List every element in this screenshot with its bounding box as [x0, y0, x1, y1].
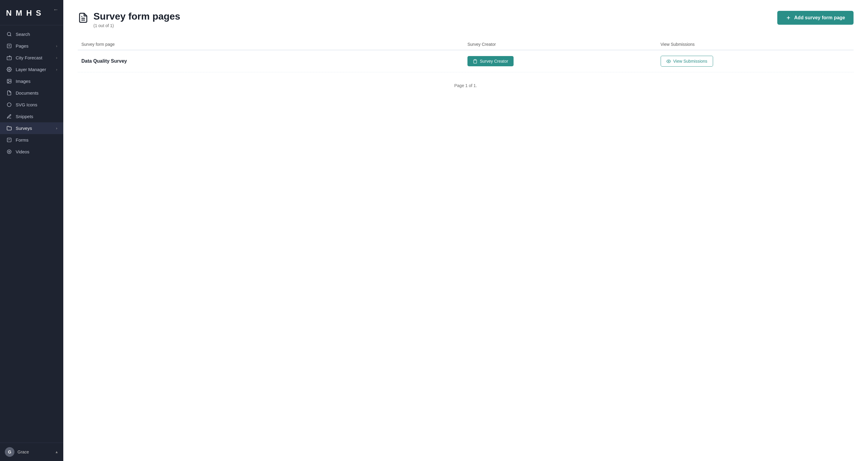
- city-forecast-icon: [6, 55, 12, 60]
- sidebar-item-documents[interactable]: Documents: [0, 87, 63, 99]
- survey-creator-cell: Survey Creator: [467, 56, 661, 66]
- sidebar-item-search[interactable]: Search: [0, 28, 63, 40]
- survey-form-pages-icon: [78, 11, 89, 23]
- sidebar-item-city-forecast[interactable]: City Forecast ›: [0, 52, 63, 64]
- sidebar: ← N M H S Search Pages › City Forecast ›: [0, 0, 63, 461]
- pages-icon: [6, 43, 12, 49]
- add-survey-form-page-button[interactable]: Add survey form page: [777, 11, 854, 25]
- main-content: Survey form pages (1 out of 1) Add surve…: [63, 0, 868, 461]
- page-title-area: Survey form pages (1 out of 1): [78, 11, 180, 28]
- svg-point-21: [668, 61, 669, 62]
- sidebar-item-label: SVG Icons: [16, 102, 37, 107]
- chevron-right-icon: ›: [56, 56, 57, 60]
- sidebar-item-label: Forms: [16, 137, 29, 143]
- sidebar-item-pages[interactable]: Pages ›: [0, 40, 63, 52]
- sidebar-item-images[interactable]: Images: [0, 75, 63, 87]
- svg-point-14: [7, 150, 11, 154]
- page-subtitle: (1 out of 1): [93, 23, 180, 28]
- sidebar-item-label: Videos: [16, 149, 30, 154]
- sidebar-item-label: Surveys: [16, 126, 32, 131]
- svg-rect-20: [474, 59, 476, 60]
- chevron-right-icon: ›: [56, 126, 57, 130]
- svg-point-15: [8, 151, 10, 152]
- table-row: Data Quality Survey Survey Creator View …: [78, 50, 854, 72]
- sidebar-item-forms[interactable]: Forms: [0, 134, 63, 146]
- survey-creator-button[interactable]: Survey Creator: [467, 56, 514, 66]
- videos-icon: [6, 149, 12, 154]
- sidebar-item-layer-manager[interactable]: Layer Manager ›: [0, 64, 63, 75]
- forms-icon: [6, 137, 12, 143]
- sidebar-item-videos[interactable]: Videos: [0, 146, 63, 158]
- svg-point-10: [7, 103, 11, 107]
- chevron-up-icon: ▲: [55, 450, 59, 454]
- search-icon: [6, 32, 12, 37]
- sidebar-item-label: Documents: [16, 90, 38, 95]
- user-name: Grace: [18, 450, 52, 454]
- clipboard-icon: [473, 59, 477, 64]
- col-header-view-submissions: View Submissions: [661, 42, 854, 47]
- document-icon: [6, 90, 12, 95]
- svg-line-1: [10, 35, 11, 36]
- svg-icon-icon: [6, 102, 12, 107]
- page-title-text: Survey form pages (1 out of 1): [93, 11, 180, 28]
- gear-icon: [6, 67, 12, 72]
- pagination-text: Page 1 of 1.: [78, 83, 854, 88]
- sidebar-item-surveys[interactable]: Surveys ›: [0, 122, 63, 134]
- sidebar-item-label: Pages: [16, 43, 29, 49]
- chevron-right-icon: ›: [56, 44, 57, 48]
- view-submissions-cell: View Submissions: [661, 56, 854, 67]
- sidebar-item-label: Layer Manager: [16, 67, 46, 72]
- folder-icon: [6, 126, 12, 131]
- sidebar-nav: Search Pages › City Forecast › Layer Man…: [0, 25, 63, 442]
- page-header: Survey form pages (1 out of 1) Add surve…: [78, 11, 854, 28]
- eye-icon: [666, 59, 671, 64]
- col-header-survey-creator: Survey Creator: [467, 42, 661, 47]
- images-icon: [6, 79, 12, 84]
- sidebar-item-label: Snippets: [16, 114, 33, 119]
- collapse-sidebar-button[interactable]: ←: [53, 7, 59, 13]
- snippets-icon: [6, 114, 12, 119]
- avatar: G: [5, 447, 14, 457]
- svg-point-9: [8, 80, 8, 81]
- chevron-right-icon: ›: [56, 67, 57, 72]
- survey-form-pages-table: Survey form page Survey Creator View Sub…: [78, 39, 854, 88]
- sidebar-item-label: City Forecast: [16, 55, 42, 60]
- sidebar-item-label: Search: [16, 32, 30, 37]
- sidebar-item-snippets[interactable]: Snippets: [0, 111, 63, 122]
- sidebar-item-svg-icons[interactable]: SVG Icons: [0, 99, 63, 111]
- survey-form-page-name: Data Quality Survey: [82, 58, 467, 64]
- user-profile[interactable]: G Grace ▲: [0, 442, 63, 461]
- plus-icon: [786, 15, 791, 21]
- page-title: Survey form pages: [93, 11, 180, 22]
- col-header-survey-form-page: Survey form page: [82, 42, 467, 47]
- view-submissions-button[interactable]: View Submissions: [661, 56, 713, 67]
- svg-point-0: [7, 32, 10, 36]
- svg-point-7: [8, 69, 10, 70]
- table-header: Survey form page Survey Creator View Sub…: [78, 39, 854, 50]
- sidebar-item-label: Images: [16, 79, 30, 84]
